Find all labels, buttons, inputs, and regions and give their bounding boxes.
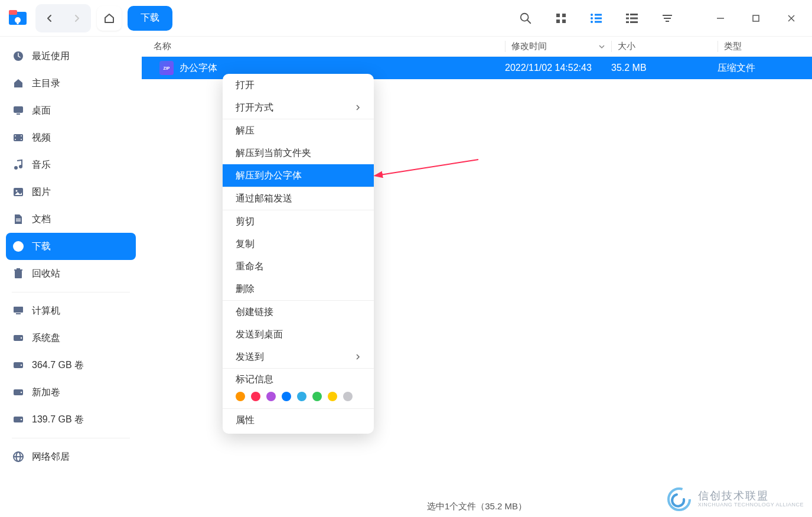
- svg-point-40: [16, 190, 18, 192]
- context-menu-item[interactable]: 剪切: [223, 210, 374, 233]
- color-tag-dot[interactable]: [266, 392, 276, 401]
- disk-icon: [12, 413, 25, 426]
- trash-icon: [12, 267, 25, 280]
- color-tag-dot[interactable]: [236, 392, 245, 401]
- svg-rect-46: [17, 268, 20, 269]
- context-menu-item[interactable]: 发送到: [223, 346, 374, 368]
- sidebar-divider: [12, 292, 130, 292]
- sidebar-item-label: 计算机: [32, 305, 60, 317]
- close-button[interactable]: [777, 4, 806, 33]
- disk-icon: [12, 359, 25, 372]
- list-view-icon[interactable]: [582, 4, 611, 33]
- svg-rect-7: [562, 14, 566, 17]
- sidebar-divider: [12, 438, 130, 438]
- color-tag-dot[interactable]: [297, 392, 306, 401]
- context-menu-label: 删除: [236, 283, 255, 295]
- column-modified[interactable]: 修改时间: [505, 41, 611, 52]
- context-menu-label: 发送到: [236, 351, 264, 363]
- chevron-right-icon: [355, 353, 361, 360]
- sidebar-item-label: 文档: [32, 213, 51, 226]
- context-menu-label: 解压到当前文件夹: [236, 147, 311, 160]
- nav-group: [35, 4, 91, 32]
- svg-point-34: [15, 139, 16, 140]
- home-button[interactable]: [97, 6, 122, 31]
- context-menu-label: 创建链接: [236, 306, 273, 318]
- column-name[interactable]: 名称: [142, 41, 505, 52]
- search-icon[interactable]: [511, 4, 540, 33]
- location-download-button[interactable]: 下载: [128, 6, 172, 31]
- sidebar-item-label: 主目录: [32, 77, 60, 90]
- sidebar-item-net-0[interactable]: 网络邻居: [6, 443, 136, 470]
- sidebar-item-dev-0[interactable]: 计算机: [6, 297, 136, 324]
- sidebar-item-dev-4[interactable]: 139.7 GB 卷: [6, 406, 136, 433]
- context-menu-item[interactable]: 打开: [223, 74, 374, 96]
- titlebar: 下载: [0, 0, 812, 37]
- sidebar-item-label: 图片: [32, 186, 51, 199]
- sidebar-item-main-3[interactable]: 视频: [6, 124, 136, 151]
- context-menu-label: 重命名: [236, 261, 264, 273]
- column-type[interactable]: 类型: [718, 41, 812, 52]
- svg-rect-42: [16, 220, 21, 222]
- context-menu-label: 发送到桌面: [236, 329, 283, 341]
- sidebar-item-label: 桌面: [32, 105, 51, 117]
- sidebar-item-main-1[interactable]: 主目录: [6, 70, 136, 97]
- column-size[interactable]: 大小: [611, 41, 718, 52]
- sidebar-item-main-2[interactable]: 桌面: [6, 97, 136, 124]
- svg-point-12: [591, 17, 593, 19]
- context-menu-item[interactable]: 发送到桌面: [223, 323, 374, 346]
- context-menu-item[interactable]: 解压: [223, 119, 374, 142]
- sidebar-item-main-4[interactable]: 音乐: [6, 151, 136, 178]
- sidebar-item-dev-1[interactable]: 系统盘: [6, 324, 136, 352]
- color-tag-dot[interactable]: [343, 392, 353, 401]
- svg-rect-44: [15, 271, 22, 278]
- disk-icon: [12, 331, 25, 344]
- svg-point-36: [21, 139, 22, 140]
- network-icon: [12, 450, 25, 463]
- sidebar-item-main-8[interactable]: 回收站: [6, 260, 136, 287]
- context-menu-label: 解压到办公字体: [236, 170, 302, 182]
- video-icon: [12, 131, 25, 144]
- sidebar-item-label: 视频: [32, 132, 51, 144]
- sidebar-item-main-5[interactable]: 图片: [6, 178, 136, 206]
- color-tag-dot[interactable]: [282, 392, 291, 401]
- sort-icon[interactable]: [653, 4, 682, 33]
- watermark-cn: 信创技术联盟: [698, 490, 804, 502]
- forward-button[interactable]: [65, 6, 89, 30]
- context-menu-label: 属性: [236, 414, 255, 427]
- sidebar-item-main-0[interactable]: 最近使用: [6, 43, 136, 70]
- color-tag-dot[interactable]: [312, 392, 322, 401]
- context-menu-item[interactable]: 复制: [223, 233, 374, 255]
- maximize-button[interactable]: [741, 4, 771, 33]
- sidebar-item-label: 回收站: [32, 268, 60, 280]
- sidebar-item-label: 新加卷: [32, 386, 60, 399]
- svg-rect-9: [562, 19, 566, 23]
- detail-view-icon[interactable]: [617, 4, 647, 33]
- sidebar-item-label: 系统盘: [32, 332, 60, 344]
- svg-rect-17: [630, 14, 638, 15]
- clock-icon: [12, 50, 25, 63]
- color-tag-dot[interactable]: [328, 392, 337, 401]
- back-button[interactable]: [38, 6, 61, 30]
- grid-view-icon[interactable]: [546, 4, 576, 33]
- context-menu-item[interactable]: 解压到办公字体: [223, 164, 374, 187]
- file-modified: 2022/11/02 14:52:43: [505, 63, 611, 73]
- svg-rect-11: [595, 14, 602, 15]
- sidebar-item-dev-2[interactable]: 364.7 GB 卷: [6, 352, 136, 379]
- app-icon: [6, 6, 30, 30]
- color-tag-dot[interactable]: [251, 392, 260, 401]
- context-menu-label: 打开: [236, 79, 255, 92]
- desktop-icon: [12, 104, 25, 117]
- context-menu-item[interactable]: 重命名: [223, 255, 374, 278]
- context-menu-item[interactable]: 创建链接: [223, 301, 374, 323]
- context-menu-item[interactable]: 打开方式: [223, 96, 374, 119]
- sidebar-item-main-6[interactable]: 文档: [6, 206, 136, 233]
- svg-rect-21: [630, 21, 638, 23]
- sidebar-item-main-7[interactable]: 下载: [6, 233, 136, 260]
- context-menu-item[interactable]: 解压到当前文件夹: [223, 142, 374, 164]
- context-menu-item[interactable]: 删除: [223, 278, 374, 300]
- context-menu-item-properties[interactable]: 属性: [223, 409, 374, 431]
- minimize-button[interactable]: [706, 4, 735, 33]
- context-menu-item[interactable]: 通过邮箱发送: [223, 187, 374, 210]
- file-manager-window: 下载 最近使用主目录桌面视频音乐图片文档下载回收站计算机系统盘364.7 GB …: [0, 0, 812, 517]
- sidebar-item-dev-3[interactable]: 新加卷: [6, 379, 136, 406]
